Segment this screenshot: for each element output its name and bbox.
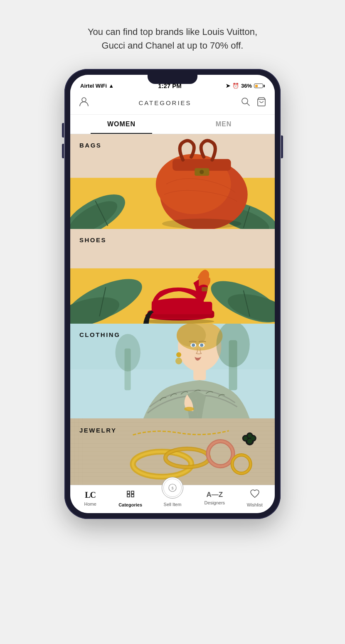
tab-women[interactable]: WOMEN: [70, 115, 172, 134]
sell-button[interactable]: $: [162, 477, 183, 499]
category-card-jewelry[interactable]: JEWELRY: [70, 418, 275, 485]
carrier-text: Airtel WiFi: [80, 83, 107, 89]
category-card-clothing[interactable]: CLOTHING: [70, 324, 275, 418]
status-left: Airtel WiFi ▲: [80, 83, 114, 89]
svg-point-0: [82, 98, 86, 102]
search-icon[interactable]: [241, 97, 251, 108]
battery-percent: 36%: [241, 83, 252, 89]
nav-label-sell: Sell Item: [164, 502, 182, 507]
notch: [148, 75, 197, 84]
categories-icon: [126, 489, 136, 501]
nav-label-categories: Categories: [118, 502, 142, 507]
svg-point-43: [184, 407, 194, 411]
wishlist-icon: [250, 489, 260, 501]
nav-item-wishlist[interactable]: Wishlist: [240, 489, 269, 507]
category-label-shoes: SHOES: [79, 236, 106, 243]
nav-item-categories[interactable]: Categories: [116, 489, 145, 507]
alarm-icon: ⏰: [232, 83, 239, 89]
svg-point-40: [176, 352, 181, 357]
category-card-shoes[interactable]: SHOES: [70, 229, 275, 324]
battery-icon: [254, 84, 265, 88]
app-header: CATEGORIES: [70, 92, 275, 115]
profile-icon[interactable]: [79, 96, 89, 109]
nav-item-home[interactable]: LC Home: [76, 489, 105, 506]
svg-point-80: [244, 436, 248, 440]
sell-center: $: [162, 477, 183, 499]
cart-icon[interactable]: [256, 97, 266, 108]
header-title: CATEGORIES: [138, 99, 191, 106]
svg-rect-18: [70, 229, 275, 268]
tab-men[interactable]: MEN: [172, 115, 275, 134]
nav-label-designers: Designers: [205, 500, 225, 505]
svg-point-82: [251, 436, 255, 440]
designers-icon: A—Z: [207, 491, 223, 499]
header-action-icons: [241, 97, 266, 108]
svg-point-37: [192, 344, 195, 347]
vol-up-button: [62, 123, 64, 138]
status-right: ➤ ⏰ 36%: [226, 83, 265, 89]
svg-point-17: [162, 219, 242, 229]
svg-point-16: [200, 170, 204, 174]
categories-list: BAGS: [70, 134, 275, 485]
phone-screen: Airtel WiFi ▲ 1:27 PM ➤ ⏰ 36%: [70, 75, 275, 513]
svg-point-41: [175, 358, 182, 364]
vol-down-button: [62, 144, 64, 158]
nav-label-wishlist: Wishlist: [247, 502, 263, 507]
category-tabs: WOMEN MEN: [70, 115, 275, 134]
nav-label-home: Home: [84, 501, 96, 506]
phone-frame: Airtel WiFi ▲ 1:27 PM ➤ ⏰ 36%: [64, 69, 281, 519]
svg-text:$: $: [171, 486, 173, 490]
home-icon: LC: [85, 489, 96, 500]
bottom-nav: LC Home Categories: [70, 485, 275, 513]
svg-rect-29: [202, 287, 207, 291]
svg-point-47: [115, 334, 140, 371]
wifi-icon: ▲: [108, 83, 114, 89]
svg-point-30: [143, 319, 214, 324]
svg-point-1: [242, 98, 248, 104]
tagline: You can find top brands like Louis Vuitt…: [88, 25, 257, 52]
power-button: [281, 135, 283, 158]
location-icon: ➤: [226, 83, 230, 89]
svg-line-2: [247, 103, 250, 106]
svg-point-39: [200, 344, 203, 347]
category-label-bags: BAGS: [79, 142, 101, 149]
svg-rect-42: [193, 369, 206, 380]
nav-item-sell[interactable]: $ Sell Item: [156, 489, 189, 507]
svg-point-81: [248, 434, 252, 438]
nav-item-designers[interactable]: A—Z Designers: [200, 491, 229, 505]
category-label-clothing: CLOTHING: [79, 331, 120, 338]
category-card-bags[interactable]: BAGS: [70, 134, 275, 229]
category-label-jewelry: JEWELRY: [79, 426, 116, 435]
